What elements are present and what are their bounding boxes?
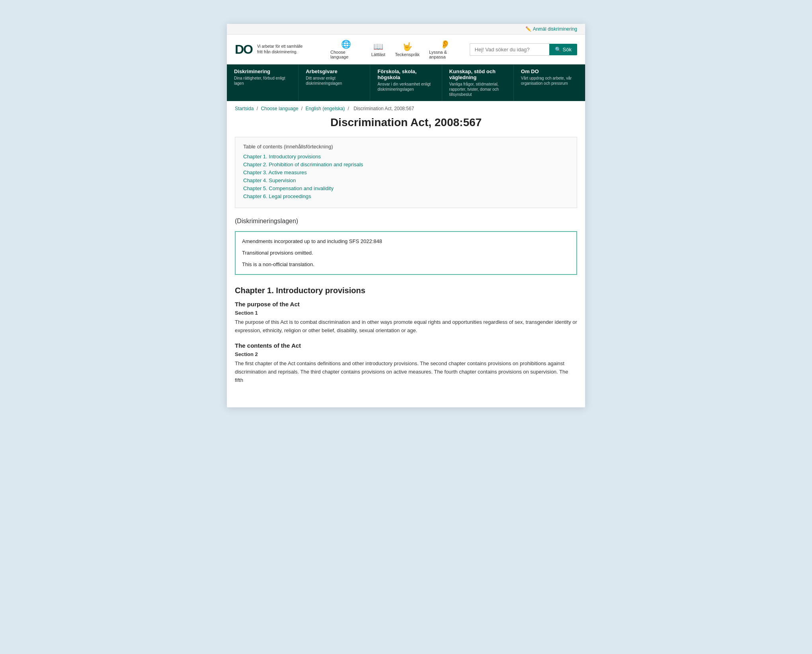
toc-link-chapter3[interactable]: Chapter 3. Active measures <box>243 169 569 175</box>
easy-read-label: Lättläst <box>371 52 385 57</box>
search-icon: 🔍 <box>555 47 561 53</box>
choose-language-label: Choose language <box>330 50 362 59</box>
globe-icon: 🌐 <box>341 39 351 49</box>
search-input[interactable] <box>470 43 549 56</box>
nav-icons: 🌐 Choose language 📖 Lättläst 🤟 Teckenspr… <box>330 39 462 59</box>
breadcrumb: Startsida / Choose language / English (e… <box>227 101 585 116</box>
section1-text: The purpose of this Act is to combat dis… <box>235 318 577 335</box>
section1-title: The purpose of the Act <box>235 301 577 308</box>
toc-link-chapter2[interactable]: Chapter 2. Prohibition of discrimination… <box>243 162 569 167</box>
utility-bar: ✏️ Anmäl diskriminering <box>227 24 585 35</box>
nav-arbetsgivare[interactable]: Arbetsgivare Ditt ansvar enligt diskrimi… <box>299 64 370 101</box>
section2-title: The contents of the Act <box>235 342 577 349</box>
edit-icon: ✏️ <box>525 26 531 32</box>
notice-box: Amendments incorporated up to and includ… <box>235 231 577 275</box>
nav-diskriminering[interactable]: Diskriminering Dina rättigheter, förbud … <box>227 64 299 101</box>
logo-area: DO Vi arbetar för ett samhälle fritt frå… <box>235 43 322 56</box>
breadcrumb-startsida[interactable]: Startsida <box>235 106 254 111</box>
chapter1-heading: Chapter 1. Introductory provisions <box>235 286 577 295</box>
search-button[interactable]: 🔍 Sök <box>549 44 577 55</box>
sign-language-nav[interactable]: 🤟 Teckenspråk <box>395 42 420 57</box>
breadcrumb-current: Discrimination Act, 2008:567 <box>353 106 414 111</box>
nav-om-do[interactable]: Om DO Vårt uppdrag och arbete, vår organ… <box>514 64 585 101</box>
page-title: Discrimination Act, 2008:567 <box>235 116 577 129</box>
logo-tagline: Vi arbetar för ett samhälle fritt från d… <box>257 44 309 55</box>
toc-link-chapter5[interactable]: Chapter 5. Compensation and invalidity <box>243 185 569 191</box>
toc-link-chapter4[interactable]: Chapter 4. Supervision <box>243 177 569 183</box>
nav-kunskap[interactable]: Kunskap, stöd och vägledning Vanliga frå… <box>442 64 514 101</box>
book-icon: 📖 <box>373 42 383 51</box>
main-content: Discrimination Act, 2008:567 Table of co… <box>227 116 585 407</box>
act-subtitle: (Diskrimineringslagen) <box>235 218 577 225</box>
breadcrumb-english[interactable]: English (engelska) <box>306 106 345 111</box>
main-navigation: Diskriminering Dina rättigheter, förbud … <box>227 64 585 101</box>
notice-line3: This is a non-official translation. <box>242 261 570 269</box>
toc-link-chapter1[interactable]: Chapter 1. Introductory provisions <box>243 154 569 160</box>
notice-line2: Transitional provisions omitted. <box>242 249 570 257</box>
choose-language-nav[interactable]: 🌐 Choose language <box>330 39 362 59</box>
notice-line1: Amendments incorporated up to and includ… <box>242 237 570 246</box>
site-header: DO Vi arbetar för ett samhälle fritt frå… <box>227 35 585 64</box>
toc-heading: Table of contents (innehållsförteckning) <box>243 144 569 150</box>
hands-icon: 🤟 <box>402 42 412 51</box>
sign-language-label: Teckenspråk <box>395 52 420 57</box>
section2-text: The first chapter of the Act contains de… <box>235 360 577 384</box>
table-of-contents: Table of contents (innehållsförteckning)… <box>235 137 577 208</box>
report-discrimination-link[interactable]: ✏️ Anmäl diskriminering <box>525 26 577 32</box>
easy-read-nav[interactable]: 📖 Lättläst <box>371 42 385 57</box>
logo-do: DO <box>235 43 252 56</box>
ear-icon: 👂 <box>440 39 450 49</box>
search-area: 🔍 Sök <box>470 43 577 56</box>
section1-label: Section 1 <box>235 310 577 316</box>
breadcrumb-choose-language[interactable]: Choose language <box>261 106 298 111</box>
nav-forskola[interactable]: Förskola, skola, högskola Ansvar i din v… <box>370 64 442 101</box>
listen-nav[interactable]: 👂 Lyssna & anpassa <box>429 39 462 59</box>
listen-label: Lyssna & anpassa <box>429 50 462 59</box>
section2-label: Section 2 <box>235 351 577 357</box>
toc-link-chapter6[interactable]: Chapter 6. Legal proceedings <box>243 193 569 199</box>
